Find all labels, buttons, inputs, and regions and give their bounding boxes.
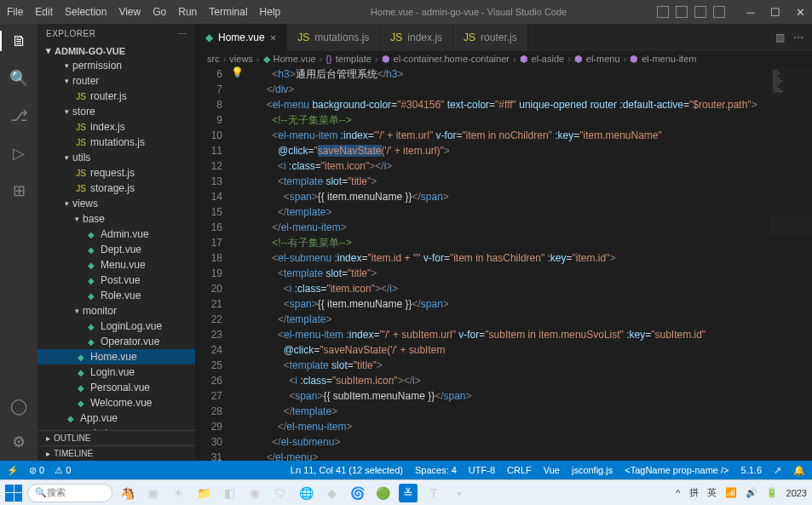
taskbar-app[interactable]: ☀ (169, 484, 187, 502)
layout-icon[interactable] (694, 6, 706, 18)
start-button[interactable] (5, 485, 22, 502)
layout-icon[interactable] (676, 6, 688, 18)
menu-go[interactable]: Go (153, 6, 166, 18)
taskbar-app[interactable]: 🟢 (373, 484, 392, 502)
menu-edit[interactable]: Edit (35, 6, 53, 18)
titlebar: File Edit Selection View Go Run Terminal… (0, 0, 812, 24)
split-editor-icon[interactable]: ▥ (775, 32, 785, 43)
layout-icon[interactable] (657, 6, 669, 18)
taskbar-search[interactable]: 🔍 搜索 (27, 484, 112, 502)
file-item[interactable]: ◆LoginLog.vue (37, 318, 195, 334)
file-item[interactable]: ◆Post.vue (37, 273, 195, 288)
file-item[interactable]: JSrequest.js (37, 165, 195, 181)
notifications-icon[interactable]: 🔔 (793, 465, 805, 476)
status-errors[interactable]: ⊘ 0 (29, 465, 44, 476)
folder-item[interactable]: ▾store (37, 104, 195, 119)
status-warnings[interactable]: ⚠ 0 (55, 465, 71, 476)
taskbar-app[interactable]: ◧ (220, 484, 239, 502)
taskbar-edge[interactable]: 🌀 (348, 484, 366, 502)
tray-battery-icon[interactable]: 🔋 (766, 487, 778, 498)
taskbar-app[interactable]: ◆ (322, 484, 341, 502)
remote-icon[interactable]: ⚡ (7, 465, 19, 476)
extensions-icon[interactable]: ⊞ (9, 181, 29, 201)
language-mode[interactable]: Vue (544, 465, 560, 476)
explorer-icon[interactable]: 🗎 (0, 31, 37, 51)
tray-volume-icon[interactable]: 🔊 (746, 487, 757, 498)
menu-view[interactable]: View (118, 6, 141, 18)
taskbar-app[interactable]: 🛡 (271, 484, 290, 502)
tray-date[interactable]: 2023 (786, 488, 807, 498)
more-icon[interactable]: ⋯ (178, 29, 187, 38)
menu-run[interactable]: Run (178, 6, 197, 18)
settings-icon[interactable]: ⚙ (9, 432, 29, 452)
tray-lang-icon[interactable]: 英 (707, 486, 717, 499)
tagname-status[interactable]: <TagName prop-name /> (625, 465, 728, 476)
tab-index-js[interactable]: JS index.js (380, 24, 453, 51)
system-tray[interactable]: ^ 拼 英 📶 🔊 🔋 2023 (676, 486, 807, 499)
version-status[interactable]: 5.1.6 (741, 465, 762, 476)
eol-status[interactable]: CRLF (507, 465, 532, 476)
taskbar-app[interactable]: T (424, 484, 443, 502)
tab-home-vue[interactable]: ◆ Home.vue × (195, 24, 287, 51)
file-item[interactable]: JSindex.js (37, 119, 195, 135)
folder-item[interactable]: ▾monitor (37, 303, 195, 318)
file-item[interactable]: ◆Role.vue (37, 288, 195, 303)
run-debug-icon[interactable]: ▷ (9, 143, 29, 164)
tray-up-icon[interactable]: ^ (676, 488, 680, 498)
project-root[interactable]: ▾ ADMIN-GO-VUE (37, 43, 195, 58)
file-item[interactable]: ◆Personal.vue (37, 380, 195, 395)
tab-router-js[interactable]: JS router.js (453, 24, 528, 51)
menu-selection[interactable]: Selection (65, 6, 107, 18)
lightbulb-icon[interactable]: 💡 (231, 66, 244, 461)
timeline-section[interactable]: ▸TIMELINE (37, 445, 195, 461)
editor[interactable]: 6789101112131415161718192021222324252627… (195, 66, 812, 461)
minimize-button[interactable]: ─ (747, 6, 755, 19)
maximize-button[interactable]: ☐ (770, 6, 780, 19)
file-item[interactable]: JSrouter.js (37, 89, 195, 104)
file-item[interactable]: ◆Login.vue (37, 364, 195, 380)
tray-ime-icon[interactable]: 拼 (689, 486, 699, 499)
folder-item[interactable]: ▾permission (37, 58, 195, 73)
account-icon[interactable]: ◯ (9, 396, 29, 416)
file-item[interactable]: ◆App.vue (37, 410, 195, 426)
taskbar-app[interactable]: 🐴 (118, 484, 136, 502)
taskbar-vscode[interactable]: ≚ (399, 484, 418, 502)
source-control-icon[interactable]: ⎇ (9, 106, 29, 126)
tab-mutations-js[interactable]: JS mutations.js (287, 24, 380, 51)
file-item[interactable]: ◆Admin.vue (37, 227, 195, 242)
folder-item[interactable]: ▾views (37, 196, 195, 211)
taskbar-chrome[interactable]: 🌐 (297, 484, 315, 502)
indent-status[interactable]: Spaces: 4 (415, 465, 457, 476)
taskbar-explorer[interactable]: 📁 (194, 484, 213, 502)
taskbar-app[interactable]: ▣ (143, 484, 162, 502)
close-icon[interactable]: × (270, 32, 277, 44)
file-item[interactable]: ◆Dept.vue (37, 242, 195, 257)
cursor-position[interactable]: Ln 11, Col 41 (12 selected) (291, 465, 403, 476)
file-item[interactable]: JSstorage.js (37, 181, 195, 196)
code-content[interactable]: <h3>通用后台管理系统</h3> </div> <el-menu backgr… (244, 66, 812, 461)
more-icon[interactable]: ⋯ (793, 32, 803, 43)
folder-item[interactable]: ▾utils (37, 150, 195, 165)
outline-section[interactable]: ▸OUTLINE (37, 430, 195, 445)
breadcrumb[interactable]: src› views› ◆Home.vue› {}template› ⬢el-c… (195, 51, 812, 66)
feedback-icon[interactable]: ↗ (774, 465, 781, 476)
file-item[interactable]: ◆Operator.vue (37, 334, 195, 349)
file-item[interactable]: ◆Home.vue (37, 349, 195, 364)
menu-file[interactable]: File (7, 6, 23, 18)
menu-terminal[interactable]: Terminal (209, 6, 247, 18)
file-item[interactable]: ◆Menu.vue (37, 257, 195, 273)
folder-item[interactable]: ▾router (37, 73, 195, 89)
file-item[interactable]: JSmutations.js (37, 135, 195, 150)
file-item[interactable]: ◆Welcome.vue (37, 395, 195, 410)
taskbar-app[interactable]: ◉ (245, 484, 264, 502)
menu-help[interactable]: Help (260, 6, 281, 18)
encoding-status[interactable]: UTF-8 (469, 465, 495, 476)
minimap[interactable]: ████████████████████████████████████████… (769, 66, 812, 237)
close-button[interactable]: ✕ (796, 6, 805, 19)
folder-item[interactable]: ▾base (37, 211, 195, 227)
layout-icon[interactable] (713, 6, 725, 18)
taskbar-terminal[interactable]: ▪ (450, 484, 469, 502)
search-icon[interactable]: 🔍 (9, 68, 29, 89)
jsconfig-status[interactable]: jsconfig.js (572, 465, 613, 476)
tray-wifi-icon[interactable]: 📶 (725, 487, 737, 498)
